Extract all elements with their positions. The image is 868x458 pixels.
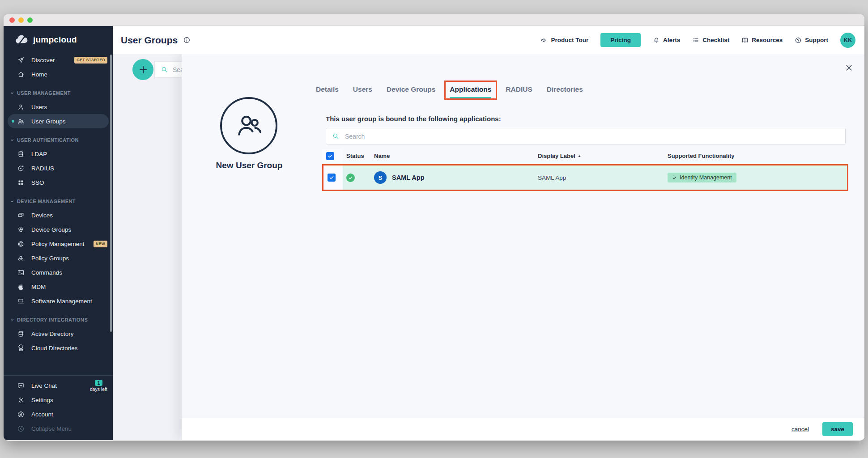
resources-button[interactable]: Resources xyxy=(741,37,783,44)
tab-device-groups[interactable]: Device Groups xyxy=(387,85,435,99)
tab-directories[interactable]: Directories xyxy=(547,85,583,99)
sidebar-item-commands[interactable]: Commands xyxy=(4,265,113,280)
close-icon[interactable] xyxy=(844,63,854,72)
sidebar-item-account[interactable]: Account xyxy=(4,407,113,421)
logo-text: jumpcloud xyxy=(33,35,77,45)
sidebar-item-home[interactable]: Home xyxy=(4,67,113,81)
sidebar-nav: Discover GET STARTED Home USER MANAGEMEN… xyxy=(4,50,113,375)
sidebar-item-label: Active Directory xyxy=(31,331,74,337)
sidebar-item-cloud-directories[interactable]: Cloud Directories xyxy=(4,341,113,355)
app-window: jumpcloud Discover GET STARTED Home USER… xyxy=(4,14,864,441)
gear-icon xyxy=(17,396,25,404)
sidebar-item-label: MDM xyxy=(31,284,46,290)
column-supported-functionality[interactable]: Supported Functionality xyxy=(664,153,848,159)
column-status[interactable]: Status xyxy=(343,153,370,159)
sidebar-item-label: Collapse Menu xyxy=(31,425,72,432)
tab-users[interactable]: Users xyxy=(353,85,372,99)
sidebar-section-user-authentication[interactable]: USER AUTHENTICATION xyxy=(4,133,113,147)
new-badge: NEW xyxy=(94,241,107,247)
sidebar-item-device-groups[interactable]: Device Groups xyxy=(4,222,113,237)
tab-details[interactable]: Details xyxy=(316,85,339,99)
user-avatar[interactable]: KK xyxy=(840,33,855,48)
sidebar-item-sso[interactable]: SSO xyxy=(4,175,113,190)
check-icon xyxy=(348,175,353,180)
sidebar-item-radius[interactable]: RADIUS xyxy=(4,161,113,175)
trial-countdown: 1 days left xyxy=(90,380,107,392)
sidebar-item-settings[interactable]: Settings xyxy=(4,393,113,407)
sidebar-scrollbar[interactable] xyxy=(110,55,112,332)
chevron-down-icon xyxy=(9,90,15,96)
sidebar-item-label: Policy Management xyxy=(31,241,85,247)
save-button[interactable]: save xyxy=(822,422,853,436)
panel-tabs: Details Users Device Groups Applications… xyxy=(316,85,583,99)
traffic-light-zoom[interactable] xyxy=(27,17,33,23)
sidebar-item-label: Live Chat xyxy=(31,382,57,389)
content-area: New User Group Details Users Device Grou… xyxy=(113,54,864,440)
get-started-badge: GET STARTED xyxy=(74,57,107,64)
sidebar-item-users[interactable]: Users xyxy=(4,100,113,114)
applications-search[interactable] xyxy=(326,128,846,144)
sidebar-item-collapse-menu[interactable]: Collapse Menu xyxy=(4,421,113,436)
app-display-label: SAML App xyxy=(538,174,566,181)
traffic-light-close[interactable] xyxy=(9,17,15,23)
tab-applications[interactable]: Applications xyxy=(450,85,491,98)
sort-asc-icon xyxy=(577,154,582,158)
sidebar-item-policy-groups[interactable]: Policy Groups xyxy=(4,251,113,265)
sidebar-item-label: SSO xyxy=(31,179,44,186)
tab-radius[interactable]: RADIUS xyxy=(506,85,532,99)
sidebar-item-active-directory[interactable]: Active Directory xyxy=(4,327,113,341)
sidebar-section-user-management[interactable]: USER MANAGEMENT xyxy=(4,86,113,100)
sidebar-item-policy-management[interactable]: Policy Management NEW xyxy=(4,237,113,251)
collapse-arrow-icon xyxy=(17,425,25,433)
main-area: User Groups Product Tour Pricing Alerts … xyxy=(113,26,864,440)
select-all-checkbox[interactable] xyxy=(326,152,334,160)
header-actions: Product Tour Pricing Alerts Checklist Re… xyxy=(540,33,855,48)
sidebar-item-label: Home xyxy=(31,71,47,78)
book-icon xyxy=(741,37,749,44)
sidebar-item-live-chat[interactable]: Live Chat 1 days left xyxy=(4,378,113,393)
row-checkbox[interactable] xyxy=(328,174,336,182)
sidebar-item-discover[interactable]: Discover GET STARTED xyxy=(4,53,113,67)
product-tour-button[interactable]: Product Tour xyxy=(540,37,588,44)
bound-applications-text: This user group is bound to the followin… xyxy=(326,115,501,123)
column-name[interactable]: Name xyxy=(370,153,534,159)
check-icon xyxy=(329,175,334,180)
sidebar-item-devices[interactable]: Devices xyxy=(4,208,113,222)
cloud-database-icon xyxy=(17,344,25,352)
sidebar-item-user-groups[interactable]: User Groups xyxy=(8,114,109,128)
cluster-icon xyxy=(17,254,25,262)
traffic-light-minimize[interactable] xyxy=(18,17,24,23)
sidebar-item-mdm[interactable]: MDM xyxy=(4,280,113,294)
terminal-icon xyxy=(17,269,25,276)
app-body: jumpcloud Discover GET STARTED Home USER… xyxy=(4,26,864,440)
support-button[interactable]: Support xyxy=(795,37,828,44)
sidebar-section-device-management[interactable]: DEVICE MANAGEMENT xyxy=(4,195,113,208)
sidebar-item-label: Account xyxy=(31,411,53,418)
sidebar-item-label: RADIUS xyxy=(31,165,54,172)
radius-icon xyxy=(17,165,25,172)
days-left-caption: days left xyxy=(90,386,107,392)
alerts-button[interactable]: Alerts xyxy=(653,37,680,44)
pricing-button[interactable]: Pricing xyxy=(600,33,641,47)
sidebar-section-directory-integrations[interactable]: DIRECTORY INTEGRATIONS xyxy=(4,313,113,327)
sidebar-item-software-management[interactable]: Software Management xyxy=(4,294,113,308)
table-row-saml-app[interactable]: S SAML App SAML App Identity Management xyxy=(322,164,848,191)
page-title: User Groups xyxy=(121,35,178,46)
sidebar-item-label: Devices xyxy=(31,212,53,219)
add-user-group-button[interactable] xyxy=(132,59,153,80)
checklist-button[interactable]: Checklist xyxy=(692,37,729,44)
sidebar-item-label: Settings xyxy=(31,397,53,403)
sidebar-footer: Live Chat 1 days left Settings Account xyxy=(4,375,113,436)
jumpcloud-logo[interactable]: jumpcloud xyxy=(4,26,113,50)
cancel-button[interactable]: cancel xyxy=(791,426,809,433)
window-titlebar xyxy=(4,14,864,26)
sidebar-item-label: Software Management xyxy=(31,298,92,305)
app-name: SAML App xyxy=(392,174,425,181)
column-display-label[interactable]: Display Label xyxy=(534,153,664,159)
venn-icon xyxy=(17,226,25,233)
user-group-icon xyxy=(17,118,25,125)
applications-search-input[interactable] xyxy=(345,133,839,140)
info-icon[interactable] xyxy=(183,36,191,44)
sidebar-item-label: User Groups xyxy=(31,118,66,125)
sidebar-item-ldap[interactable]: LDAP xyxy=(4,147,113,161)
